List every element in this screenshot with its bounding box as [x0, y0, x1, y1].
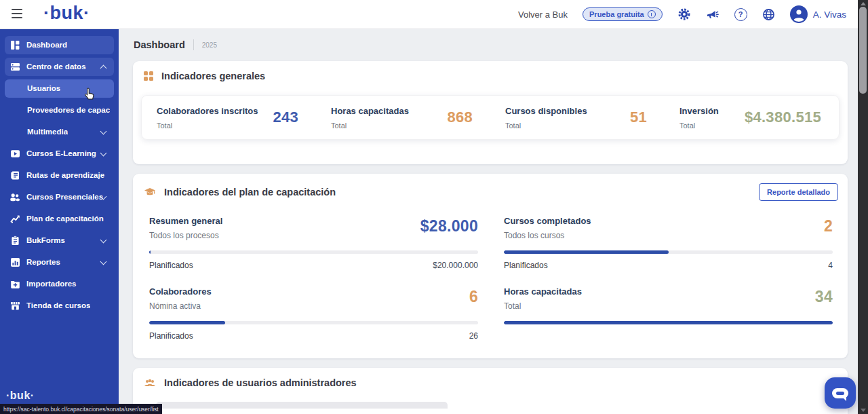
plan-metric-horas-capacitadas: Horas capacitadas Total 34: [504, 286, 833, 341]
scroll-up-arrow-icon[interactable]: [861, 2, 866, 5]
partial-content-stub: [156, 402, 448, 409]
metric-value: 868: [447, 109, 473, 126]
sidebar-item-reportes[interactable]: Reportes: [5, 253, 114, 271]
chart-line-icon: [9, 213, 20, 224]
metric-sublabel: Total: [157, 121, 258, 130]
sidebar-item-plan-capacitacion[interactable]: Plan de capacitación: [5, 210, 114, 228]
sidebar-item-cursos-elearning[interactable]: Cursos E-Learning: [5, 145, 114, 163]
plan-metric-cursos-completados: Cursos completados Todos los cursos 2 Pl…: [504, 216, 833, 270]
chevron-down-icon: [100, 128, 107, 134]
metric-title: Colaboradores: [149, 286, 212, 297]
metric-horas-capacitadas: Horas capacitadas Total 868: [316, 96, 490, 139]
metric-label: Inversión: [679, 106, 719, 116]
announcements-megaphone-icon[interactable]: [706, 9, 719, 20]
sidebar-item-cursos-presenciales[interactable]: Cursos Presenciales: [5, 188, 114, 206]
metric-title: Resumen general: [149, 216, 222, 226]
grid-icon: [144, 71, 153, 81]
sidebar-item-label: Cursos Presenciales: [26, 193, 103, 201]
metric-cursos-disponibles: Cursos disponibles Total 51: [490, 96, 665, 139]
main-content: Dashboard 2025 Indicadores generales Col…: [119, 29, 858, 414]
page-title: Dashboard: [134, 39, 185, 50]
user-name: A. Vivas: [813, 10, 846, 20]
admin-users-card: Indicadores de usuarios administradores: [133, 368, 848, 414]
metric-title: Cursos completados: [504, 216, 591, 226]
plan-metric-colaboradores: Colaboradores Nómina activa 6 Planificad…: [149, 286, 478, 341]
book-pages-icon: [9, 170, 20, 181]
topbar: ·buk· Volver a Buk Prueba gratuita: [0, 0, 868, 29]
buk-logo: ·buk·: [43, 3, 90, 24]
sidebar-item-tienda-cursos[interactable]: Tienda de cursos: [5, 297, 114, 315]
trial-badge[interactable]: Prueba gratuita: [583, 7, 663, 21]
sidebar-item-rutas-aprendizaje[interactable]: Rutas de aprendizaje: [5, 166, 114, 185]
plan-metric-resumen-general: Resumen general Todos los procesos $28.0…: [149, 216, 478, 270]
user-menu[interactable]: A. Vivas: [790, 5, 846, 23]
training-plan-card: Indicadores del plan de capacitación Rep…: [133, 174, 848, 358]
plan-metrics-grid: Resumen general Todos los procesos $28.0…: [133, 216, 848, 352]
hamburger-menu-icon[interactable]: [12, 9, 22, 18]
sidebar-item-label: Plan de capacitación: [26, 214, 104, 223]
chevron-down-icon: [100, 258, 107, 265]
app-window: ·buk· Volver a Buk Prueba gratuita: [0, 0, 868, 414]
planned-label: Planificados: [149, 331, 193, 341]
people-icon: [9, 191, 20, 202]
language-globe-icon[interactable]: [762, 8, 775, 21]
chevron-up-icon: [100, 64, 107, 71]
breadcrumb: Dashboard 2025: [134, 38, 858, 52]
sidebar-item-label: Reportes: [26, 258, 60, 266]
sidebar-item-usuarios[interactable]: Usuarios: [5, 79, 114, 98]
sidebar-item-centro-de-datos[interactable]: Centro de datos: [5, 58, 114, 76]
metric-subtitle: Todos los cursos: [504, 231, 591, 240]
planned-value: 4: [828, 261, 833, 270]
planned-value: 26: [469, 331, 478, 341]
planned-value: $20.000.000: [433, 261, 478, 270]
help-icon[interactable]: ?: [734, 8, 747, 21]
progress-bar: [149, 250, 478, 254]
metric-subtitle: Todos los procesos: [149, 231, 222, 240]
sidebar-item-bukforms[interactable]: BukForms: [5, 231, 114, 250]
sidebar-item-label: Dashboard: [26, 41, 67, 49]
sidebar-item-multimedia[interactable]: Multimedia: [5, 123, 114, 141]
card-title: Indicadores de usuarios administradores: [164, 377, 838, 388]
planned-label: Planificados: [504, 261, 548, 270]
sidebar-item-importadores[interactable]: Importadores: [5, 275, 114, 293]
sidebar-item-label: Rutas de aprendizaje: [26, 171, 104, 179]
metric-value: 243: [273, 109, 298, 126]
metric-sublabel: Total: [505, 121, 587, 130]
vertical-scrollbar[interactable]: [858, 0, 868, 414]
storefront-icon: [9, 300, 20, 311]
settings-gear-icon[interactable]: [677, 7, 691, 21]
metric-subtitle: Nómina activa: [149, 301, 212, 311]
sidebar: Dashboard Centro de datos Usuarios Prove…: [0, 29, 119, 414]
detailed-report-button[interactable]: Reporte detallado: [759, 183, 838, 201]
progress-bar: [504, 250, 833, 254]
chat-launcher-button[interactable]: [825, 377, 856, 409]
sidebar-item-label: Centro de datos: [26, 62, 86, 71]
planned-label: Planificados: [149, 261, 193, 270]
status-url-tooltip: https://sac-talento.buk.cl/capacitacione…: [0, 404, 162, 414]
breadcrumb-year: 2025: [202, 41, 217, 49]
metric-label: Cursos disponibles: [505, 106, 587, 116]
chat-bubble-icon: [832, 388, 848, 398]
scrollbar-thumb[interactable]: [859, 7, 867, 94]
metric-value: 51: [630, 109, 647, 126]
metric-value: $4.380.515: [745, 109, 821, 126]
sidebar-item-label: Usuarios: [27, 84, 60, 92]
play-video-icon: [9, 148, 20, 159]
sidebar-item-proveedores[interactable]: Proveedores de capacitación: [5, 101, 114, 119]
sidebar-item-label: Multimedia: [27, 128, 68, 136]
trial-badge-label: Prueba gratuita: [589, 10, 644, 18]
metric-value: 34: [815, 288, 833, 306]
sidebar-item-dashboard[interactable]: Dashboard: [5, 36, 114, 54]
dashboard-icon: [9, 39, 20, 50]
scroll-down-arrow-icon[interactable]: [861, 409, 866, 412]
bar-chart-icon: [9, 257, 20, 267]
metric-sublabel: Total: [331, 121, 409, 130]
sidebar-item-label: Proveedores de capacitación: [27, 106, 110, 114]
metric-colaboradores-inscritos: Colaboradores inscritos Total 243: [142, 96, 316, 139]
clipboard-icon: [9, 235, 20, 246]
metric-value: 2: [824, 217, 833, 236]
sidebar-item-label: Tienda de cursos: [26, 301, 90, 309]
progress-bar: [504, 321, 833, 324]
sidebar-item-label: BukForms: [26, 236, 65, 244]
back-to-buk-link[interactable]: Volver a Buk: [518, 10, 568, 20]
